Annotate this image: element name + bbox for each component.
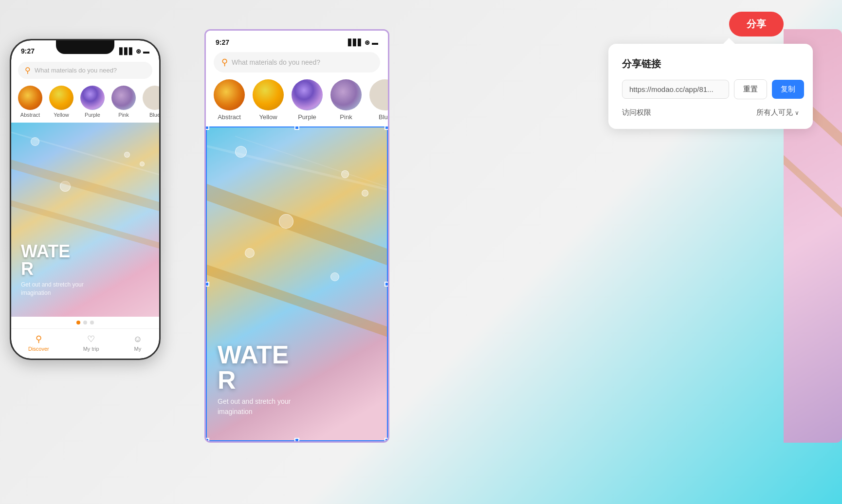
discover-icon-small: ⚲ [36,334,42,344]
battery-icon: ▬ [143,48,149,55]
color-item-pink-large[interactable]: Pink [330,79,362,121]
share-access-value[interactable]: 所有人可见 [756,108,799,117]
nav-mytrip-label-small: My trip [83,346,99,352]
color-item-abstract-large[interactable]: Abstract [214,79,245,121]
color-item-blue-large[interactable]: Blue [369,79,389,121]
water-image-large: WATER Get out and stretch yourimaginatio… [206,126,388,441]
bottom-nav-small: ⚲ Discover ♡ My trip ☺ My [11,328,159,359]
search-placeholder-large: What materials do you need? [232,58,320,66]
search-icon-small: ⚲ [25,66,31,75]
circle-purple-small [80,86,105,110]
droplet-large-4 [362,190,368,197]
color-item-pink-small[interactable]: Pink [111,86,136,118]
share-access-row: 访问权限 所有人可见 [622,108,799,117]
wifi-icon: ⊛ [136,48,141,55]
dot-2-small [83,321,87,324]
nav-my-small[interactable]: ☺ My [133,334,142,352]
share-panel-title: 分享链接 [622,57,799,71]
dots-row-small [11,317,159,328]
share-access-label: 访问权限 [622,108,651,117]
droplet-large-3 [279,214,293,229]
phone-large-mockup: 9:27 ▋▋▋ ⊛ ▬ ⚲ What materials do you nee… [204,29,389,443]
color-label-blue-small: Blue [149,112,159,118]
share-reset-button[interactable]: 重置 [734,79,767,99]
color-item-blue-small[interactable]: Blue [143,86,159,118]
status-time-small: 9:27 [21,47,35,55]
circle-pink-small [111,86,136,110]
circle-pink-large [330,79,362,110]
color-label-abstract-small: Abstract [20,112,40,118]
circle-blue-large [369,79,389,110]
dot-3-small [90,321,94,324]
search-bar-small[interactable]: ⚲ What materials do you need? [18,62,152,79]
signal-icon-large: ▋▋▋ [348,39,363,46]
status-icons-large: ▋▋▋ ⊛ ▬ [348,39,378,46]
circle-abstract-small [18,86,42,110]
nav-my-label-small: My [134,346,142,352]
color-label-pink-small: Pink [118,112,128,118]
droplet-large-1 [235,146,247,158]
circle-purple-large [292,79,323,110]
search-placeholder-small: What materials do you need? [35,67,117,74]
droplet-large-2 [341,170,349,178]
color-label-yellow-small: Yellow [54,112,69,118]
dot-1-small [76,321,80,324]
water-text-sub-small: Get out and stretch yourimagination [21,281,84,297]
status-time-large: 9:27 [216,38,229,46]
share-url-row: 重置 复制 [622,79,799,99]
color-item-purple-small[interactable]: Purple [80,86,105,118]
svg-line-8 [784,151,842,248]
color-item-yellow-small[interactable]: Yellow [49,86,73,118]
person-icon-small: ☺ [133,334,142,344]
main-image-small: WATER Get out and stretch yourimaginatio… [11,123,159,317]
color-label-yellow-large: Yellow [259,113,277,121]
status-bar-large: 9:27 ▋▋▋ ⊛ ▬ [206,31,388,48]
color-item-purple-large[interactable]: Purple [292,79,323,121]
circle-yellow-small [49,86,73,110]
water-text-large-xl: WATER [218,342,289,393]
phone-large-content: 9:27 ▋▋▋ ⊛ ▬ ⚲ What materials do you nee… [206,31,388,441]
color-label-pink-large: Pink [340,113,352,121]
phone-small-mockup: 9:27 ▋▋▋ ⊛ ▬ ⚲ What materials do you nee… [10,39,161,360]
color-label-blue-large: Blue [379,113,389,121]
circle-blue-small [143,86,159,110]
color-label-purple-large: Purple [298,113,316,121]
search-icon-large: ⚲ [221,57,228,68]
water-background-small: WATER Get out and stretch yourimaginatio… [11,123,159,317]
color-circles-small: Abstract Yellow Purple Pink Blue [11,83,159,123]
color-item-yellow-large[interactable]: Yellow [253,79,284,121]
wifi-icon-large: ⊛ [365,39,370,46]
nav-discover-small[interactable]: ⚲ Discover [28,334,49,352]
nav-discover-label-small: Discover [28,346,49,352]
phone-notch [56,40,114,54]
nav-mytrip-small[interactable]: ♡ My trip [83,334,99,352]
circle-abstract-large [214,79,245,110]
share-copy-button[interactable]: 复制 [772,80,804,99]
circle-yellow-large [253,79,284,110]
share-panel: 分享链接 重置 复制 访问权限 所有人可见 [608,44,813,129]
battery-icon-large: ▬ [372,39,378,46]
color-circles-large: Abstract Yellow Purple Pink Blue [206,76,388,126]
droplet-large-5 [245,248,255,258]
phone-small-inner: 9:27 ▋▋▋ ⊛ ▬ ⚲ What materials do you nee… [11,40,159,359]
droplet-large-6 [330,272,339,281]
water-text-large-small: WATER [21,243,70,278]
color-label-purple-small: Purple [85,112,100,118]
search-bar-large[interactable]: ⚲ What materials do you need? [214,52,380,72]
status-icons-small: ▋▋▋ ⊛ ▬ [119,48,149,55]
share-button[interactable]: 分享 [729,12,784,36]
signal-icon: ▋▋▋ [119,48,134,55]
water-text-sub-xl: Get out and stretch yourimagination [218,396,291,417]
color-item-abstract-small[interactable]: Abstract [18,86,42,118]
color-label-abstract-large: Abstract [218,113,241,121]
heart-icon-small: ♡ [87,334,95,344]
share-url-input[interactable] [622,80,729,99]
